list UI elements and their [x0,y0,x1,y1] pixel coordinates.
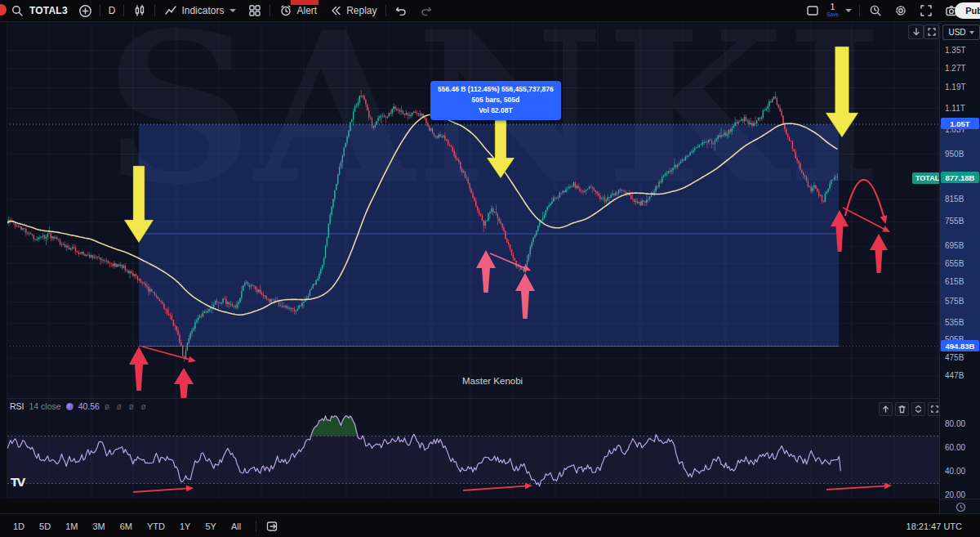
chevron-down-icon [229,9,236,12]
interval-button[interactable]: D [103,0,122,21]
price-tick: 1.27T [945,64,966,74]
price-tick: 815B [945,195,964,204]
delete-pane-button[interactable] [895,402,909,416]
price-tick: 655B [945,259,964,269]
top-toolbar: TOTAL3 D Indicators [0,0,980,22]
price-tick: 535B [945,318,964,328]
price-pane-canvas[interactable] [0,21,939,398]
bottom-toolbar: 1D 5D 1M 3M 6M YTD 1Y 5Y All 18:21:47 UT… [0,513,980,537]
publish-button[interactable]: Pub [955,2,980,19]
indicators-label: Indicators [181,5,224,16]
range-1d-button[interactable]: 1D [7,519,31,534]
price-tick: 950B [945,150,964,159]
tradingview-app: TOTAL3 D Indicators [0,0,980,537]
toolbar-divider [859,5,860,16]
range-ytd-button[interactable]: YTD [140,519,172,534]
toolbar-divider [154,5,155,16]
current-price-label: 877.18B [941,172,979,183]
price-tick: 695B [945,241,964,251]
range-3m-button[interactable]: 3M [86,519,111,534]
rsi-value: 40.56 [78,401,100,411]
toolbar-divider [100,5,100,16]
indicators-icon [163,4,177,18]
rsi-pane-canvas[interactable] [0,398,939,499]
price-axis[interactable]: USD 1.35T1.27T1.19T1.11T1.03T950B815B755… [939,21,980,499]
rsi-tick: 40.00 [945,467,965,477]
range-5y-button[interactable]: 5Y [198,519,222,534]
range-5d-button[interactable]: 5D [33,519,57,534]
rsi-title: RSI [10,401,24,411]
gear-icon[interactable] [888,4,913,18]
scroll-to-realtime-button[interactable] [908,25,924,39]
chart-style-icon[interactable] [127,4,152,18]
save-button[interactable]: 1 Save [826,3,839,18]
collapsed-drawing-toolbar[interactable] [0,21,7,499]
timezone-clock-button[interactable] [939,499,980,514]
indicators-button[interactable]: Indicators [158,0,242,21]
chart-area[interactable]: SANKI 556.46 B (112.45%) 556,455,737,876… [0,21,939,499]
toolbar-divider [385,5,386,16]
alert-clock-icon [278,4,292,18]
fullscreen-icon[interactable] [913,4,938,18]
maximize-rsi-pane-button[interactable] [928,402,939,416]
currency-label: USD [948,28,965,37]
price-tick: 755B [945,217,964,226]
measure-change-text: 556.46 B (112.45%) 556,455,737,876 [438,84,554,95]
price-tick: 447B [945,371,964,381]
recording-bar [291,0,318,5]
rsi-params: 14 close [29,401,61,411]
save-count: 1 [831,3,835,11]
price-tick: 1.35T [945,46,966,56]
save-chevron-icon[interactable] [845,9,852,12]
toolbar-divider [270,5,270,16]
undo-icon[interactable] [389,4,414,18]
replay-icon [328,4,342,18]
chevron-down-icon [969,31,974,34]
toolbar-divider [256,521,256,532]
price-tick: 1.19T [945,83,966,92]
move-pane-up-button[interactable] [879,402,893,416]
recording-dot [0,4,7,16]
goto-date-icon[interactable] [265,519,278,533]
compare-add-icon[interactable] [78,4,92,18]
rsi-pane-buttons [879,402,939,416]
price-tick: 475B [945,353,964,363]
measure-tooltip: 556.46 B (112.45%) 556,455,737,876 505 b… [430,81,561,120]
rsi-tick: 80.00 [945,419,965,429]
clock-utc[interactable]: 18:21:47 UTC [906,514,962,537]
price-tick: 1.11T [945,104,965,114]
range-1m-button[interactable]: 1M [59,519,84,534]
alert-label: Alert [296,5,317,16]
chart-text-annotation[interactable]: Master Kenobi [462,376,523,386]
quick-search-icon[interactable] [862,4,888,18]
rsi-action-icons[interactable]: ø ø ø ø [105,402,149,411]
redo-icon[interactable] [414,4,439,18]
collapse-pane-button[interactable] [911,402,925,416]
rsi-source-icon [66,403,74,410]
rsi-tick: 60.00 [945,443,965,453]
replay-button[interactable]: Replay [323,0,382,21]
range-bottom-price-label: 494.83B [941,340,979,351]
price-tick: 575B [945,297,964,307]
rsi-tick: 20.00 [945,490,965,499]
tradingview-logo[interactable]: TV [11,476,24,489]
symbol-button[interactable]: TOTAL3 [24,0,74,21]
range-1y-button[interactable]: 1Y [173,519,197,534]
range-6m-button[interactable]: 6M [114,519,139,534]
layout-templates-icon[interactable] [242,4,267,18]
rsi-legend[interactable]: RSI 14 close 40.56 ø ø ø ø [10,401,149,411]
range-top-price-label: 1.05T [941,118,979,129]
layout-panel-icon[interactable] [800,4,825,18]
replay-label: Replay [346,5,376,16]
measure-volume-text: Vol 82.08T [438,105,554,116]
measure-bars-text: 505 bars, 505d [438,95,554,105]
symbol-price-pill: TOTAL3 [912,172,939,184]
range-all-button[interactable]: All [225,519,247,534]
toolbar-divider [123,5,124,16]
save-label: Save [826,12,839,18]
currency-dropdown[interactable]: USD [942,25,980,40]
maximize-pane-button[interactable] [924,25,939,39]
price-tick: 615B [945,277,964,287]
search-icon[interactable] [10,4,24,18]
